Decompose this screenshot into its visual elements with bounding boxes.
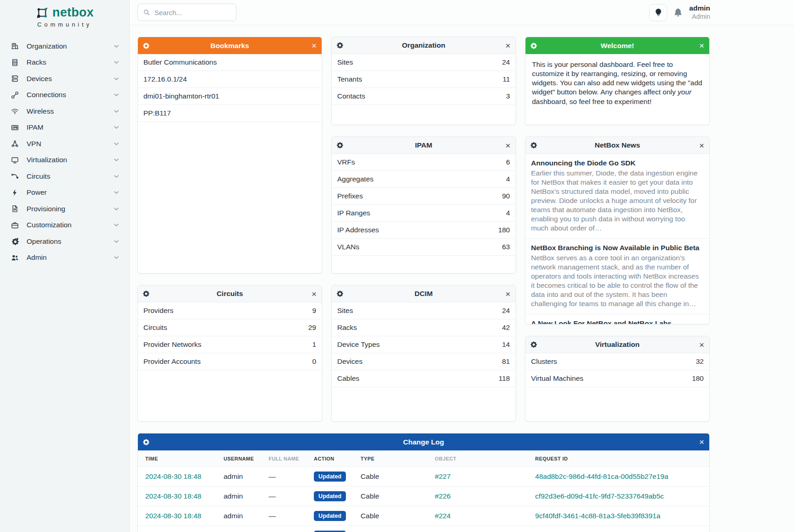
close-icon[interactable]: × (505, 290, 510, 298)
stat-label-link[interactable]: Virtual Machines (531, 374, 583, 383)
stat-value-link[interactable]: 4 (506, 209, 510, 217)
stat-label-link[interactable]: Tenants (337, 75, 362, 83)
stat-label-link[interactable]: Clusters (531, 357, 557, 366)
gear-icon[interactable] (531, 142, 537, 148)
news-headline-link[interactable]: A New Look For NetBox and NetBox Labs (531, 319, 704, 324)
theme-toggle-button[interactable] (649, 4, 667, 21)
stat-label-link[interactable]: IP Ranges (337, 209, 370, 217)
close-icon[interactable]: × (312, 290, 317, 298)
gear-icon[interactable] (337, 42, 343, 49)
stat-value-link[interactable]: 63 (502, 243, 510, 251)
stat-label-link[interactable]: VLANs (337, 243, 359, 251)
close-icon[interactable]: × (505, 41, 510, 50)
changelog-request-link[interactable]: 48ad8b2c-986d-44fd-81ca-00d55b27e19a (535, 472, 668, 480)
sidebar-item-wireless[interactable]: Wireless (0, 103, 129, 120)
stat-value-link[interactable]: 14 (502, 340, 510, 349)
sidebar-item-provisioning[interactable]: Provisioning (0, 201, 129, 217)
stat-value-link[interactable]: 11 (503, 75, 510, 83)
stat-label-link[interactable]: Provider Accounts (143, 357, 201, 366)
close-icon[interactable]: × (312, 41, 317, 50)
bookmark-link[interactable]: dmi01-binghamton-rtr01 (143, 92, 219, 100)
bookmark-link[interactable]: Butler Communications (143, 58, 217, 66)
stat-value-link[interactable]: 118 (498, 374, 510, 383)
search-box[interactable] (137, 4, 236, 21)
bookmark-link[interactable]: 172.16.0.1/24 (143, 75, 187, 83)
notifications-bell-icon[interactable] (674, 8, 682, 16)
bookmark-link[interactable]: PP:B117 (143, 109, 171, 117)
close-icon[interactable]: × (699, 141, 704, 150)
sidebar-item-vpn[interactable]: VPN (0, 136, 129, 152)
changelog-object-link[interactable]: #226 (435, 492, 450, 500)
stat-value-link[interactable]: 0 (312, 357, 316, 366)
stat-value-link[interactable]: 24 (502, 58, 510, 66)
column-header[interactable]: REQUEST ID (528, 450, 709, 467)
stat-label-link[interactable]: Aggregates (337, 175, 373, 183)
close-icon[interactable]: × (505, 141, 510, 150)
column-header[interactable]: FULL NAME (261, 450, 307, 467)
stat-label-link[interactable]: Circuits (143, 324, 167, 332)
changelog-time-link[interactable]: 2024-08-30 18:48 (145, 472, 201, 480)
stat-value-link[interactable]: 42 (502, 324, 510, 332)
stat-value-link[interactable]: 3 (506, 92, 510, 100)
gear-icon[interactable] (337, 291, 343, 297)
column-header[interactable]: ACTION (307, 450, 353, 467)
gear-icon[interactable] (143, 291, 149, 297)
gear-icon[interactable] (531, 341, 537, 348)
stat-value-link[interactable]: 1 (312, 340, 316, 349)
sidebar-item-virtualization[interactable]: Virtualization (0, 152, 129, 169)
sidebar-item-devices[interactable]: Devices (0, 71, 129, 87)
news-headline-link[interactable]: Announcing the Diode Go SDK (531, 159, 704, 167)
column-header[interactable]: OBJECT (427, 450, 528, 467)
column-header[interactable]: TIME (138, 450, 216, 467)
changelog-object-link[interactable]: #227 (435, 472, 450, 480)
close-icon[interactable]: × (699, 438, 704, 446)
stat-label-link[interactable]: VRFs (337, 158, 355, 166)
column-header[interactable]: USERNAME (216, 450, 261, 467)
stat-value-link[interactable]: 180 (692, 374, 704, 383)
stat-value-link[interactable]: 6 (506, 158, 510, 166)
stat-value-link[interactable]: 24 (502, 307, 510, 315)
stat-value-link[interactable]: 4 (506, 175, 510, 183)
stat-value-link[interactable]: 90 (502, 192, 510, 200)
stat-label-link[interactable]: Racks (337, 324, 357, 332)
close-icon[interactable]: × (699, 41, 704, 50)
sidebar-item-organization[interactable]: Organization (0, 38, 129, 55)
stat-value-link[interactable]: 9 (312, 307, 316, 315)
sidebar-item-power[interactable]: Power (0, 185, 129, 201)
column-header[interactable]: TYPE (353, 450, 427, 467)
close-icon[interactable]: × (699, 340, 704, 349)
stat-value-link[interactable]: 180 (498, 226, 510, 234)
stat-label-link[interactable]: Devices (337, 357, 362, 366)
sidebar-item-circuits[interactable]: Circuits (0, 168, 129, 185)
sidebar-item-ipam[interactable]: IPAM (0, 120, 129, 136)
changelog-time-link[interactable]: 2024-08-30 18:48 (145, 512, 201, 520)
stat-value-link[interactable]: 29 (308, 324, 316, 332)
sidebar-item-admin[interactable]: Admin (0, 250, 129, 266)
changelog-time-link[interactable]: 2024-08-30 18:48 (145, 492, 201, 500)
stat-value-link[interactable]: 81 (502, 357, 510, 366)
stat-label-link[interactable]: Providers (143, 307, 173, 315)
gear-icon[interactable] (143, 43, 149, 49)
gear-icon[interactable] (143, 439, 149, 445)
stat-label-link[interactable]: Sites (337, 307, 353, 315)
gear-icon[interactable] (531, 43, 537, 49)
sidebar-item-operations[interactable]: Operations (0, 233, 129, 250)
stat-label-link[interactable]: Provider Networks (143, 340, 202, 349)
stat-label-link[interactable]: Contacts (337, 92, 365, 100)
stat-label-link[interactable]: IP Addresses (337, 226, 379, 234)
stat-label-link[interactable]: Prefixes (337, 192, 363, 200)
brand-logo[interactable]: netbox Community (0, 0, 129, 28)
stat-label-link[interactable]: Device Types (337, 340, 380, 349)
sidebar-item-customization[interactable]: Customization (0, 217, 129, 234)
stat-label-link[interactable]: Sites (337, 58, 353, 66)
changelog-request-link[interactable]: cf92d3e6-d09d-41fc-9fd7-52337649ab5c (535, 492, 664, 500)
sidebar-item-connections[interactable]: Connections (0, 87, 129, 104)
news-headline-link[interactable]: NetBox Branching is Now Available in Pub… (531, 244, 704, 252)
changelog-object-link[interactable]: #224 (435, 512, 450, 520)
search-input[interactable] (154, 9, 230, 16)
stat-value-link[interactable]: 32 (696, 357, 704, 366)
user-menu[interactable]: admin Admin (689, 4, 710, 20)
sidebar-item-racks[interactable]: Racks (0, 55, 129, 71)
gear-icon[interactable] (337, 142, 343, 148)
changelog-request-link[interactable]: 9cf40fdf-3461-4c88-81a3-5feb39f8391a (535, 512, 660, 520)
